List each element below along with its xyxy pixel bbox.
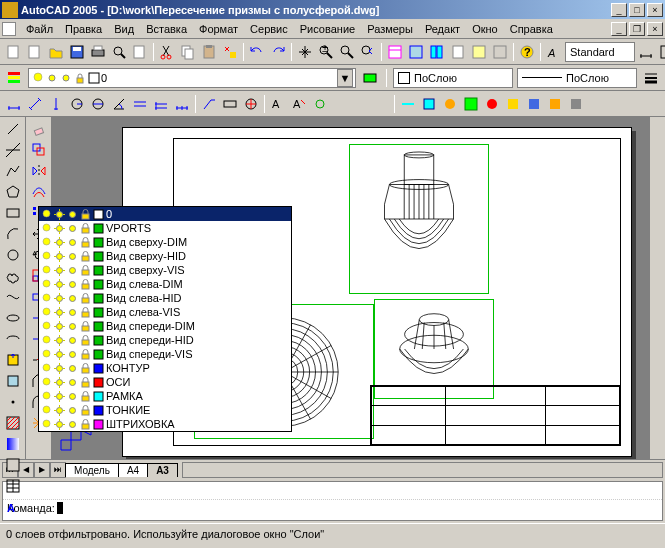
menu-draw[interactable]: Рисование	[294, 21, 361, 37]
cut-button[interactable]	[157, 42, 177, 62]
bulb-icon[interactable]	[41, 237, 52, 248]
arc-button[interactable]	[3, 224, 23, 244]
layer-color-icon[interactable]	[93, 391, 104, 402]
insert-button[interactable]	[3, 350, 23, 370]
layer-item[interactable]: Вид слева-HID	[39, 291, 291, 305]
new-button[interactable]	[25, 42, 45, 62]
qnew-button[interactable]	[4, 42, 24, 62]
ellipse-arc-button[interactable]	[3, 329, 23, 349]
xline-button[interactable]	[3, 140, 23, 160]
layer-color-icon[interactable]	[93, 223, 104, 234]
bulb-icon[interactable]	[41, 223, 52, 234]
lock-icon[interactable]	[80, 321, 91, 332]
horizontal-scrollbar[interactable]	[182, 462, 663, 478]
bulb-icon[interactable]	[41, 419, 52, 430]
layer-color-icon[interactable]	[93, 363, 104, 374]
lock-icon[interactable]	[80, 335, 91, 346]
layer-dropdown-button[interactable]: ▼	[337, 69, 353, 87]
bulb-icon[interactable]	[41, 349, 52, 360]
layer-item[interactable]: Вид слева-DIM	[39, 277, 291, 291]
layer-item[interactable]: Вид спереди-VIS	[39, 347, 291, 361]
lock-icon[interactable]	[80, 293, 91, 304]
lock-icon[interactable]	[80, 223, 91, 234]
freeze-icon[interactable]	[54, 321, 65, 332]
zoom-prev-button[interactable]	[358, 42, 378, 62]
lock-icon[interactable]	[80, 237, 91, 248]
freeze-icon[interactable]	[54, 209, 65, 220]
hatch-button[interactable]	[3, 413, 23, 433]
menu-modify[interactable]: Редакт	[419, 21, 466, 37]
close-button[interactable]: ×	[647, 3, 663, 17]
plot-button[interactable]	[88, 42, 108, 62]
dimtedit-button[interactable]: A	[289, 94, 309, 114]
layer-item[interactable]: Вид слева-VIS	[39, 305, 291, 319]
dist-button[interactable]	[398, 94, 418, 114]
preview-button[interactable]	[109, 42, 129, 62]
dim-cont-button[interactable]	[172, 94, 192, 114]
menu-tools[interactable]: Сервис	[244, 21, 294, 37]
layer-item[interactable]: Вид спереди-HID	[39, 333, 291, 347]
vpfreeze-icon[interactable]	[67, 307, 78, 318]
mirror-button[interactable]	[29, 161, 49, 181]
layer-color-icon[interactable]	[93, 237, 104, 248]
layer-color-icon[interactable]	[93, 377, 104, 388]
status2-button[interactable]	[524, 94, 544, 114]
list-button[interactable]	[461, 94, 481, 114]
layer-item[interactable]: Вид спереди-DIM	[39, 319, 291, 333]
polygon-button[interactable]	[3, 182, 23, 202]
lock-icon[interactable]	[80, 349, 91, 360]
vpfreeze-icon[interactable]	[67, 279, 78, 290]
table-button[interactable]	[3, 476, 23, 496]
pan-button[interactable]	[295, 42, 315, 62]
spline-button[interactable]	[3, 287, 23, 307]
dim-quick-button[interactable]	[130, 94, 150, 114]
doc-close-button[interactable]: ×	[647, 22, 663, 36]
block-button[interactable]	[3, 371, 23, 391]
tab-next-button[interactable]: ▶	[34, 462, 50, 478]
lock-icon[interactable]	[80, 251, 91, 262]
layer-color-icon[interactable]	[93, 349, 104, 360]
revcloud-button[interactable]	[3, 266, 23, 286]
vpfreeze-icon[interactable]	[67, 391, 78, 402]
sheet-set-button[interactable]	[448, 42, 468, 62]
markup-button[interactable]	[469, 42, 489, 62]
vpfreeze-icon[interactable]	[67, 209, 78, 220]
freeze-icon[interactable]	[54, 391, 65, 402]
mtext-button[interactable]: A	[3, 497, 23, 517]
layer-color-icon[interactable]	[93, 209, 104, 220]
zoom-win-button[interactable]	[337, 42, 357, 62]
freeze-icon[interactable]	[54, 419, 65, 430]
menu-window[interactable]: Окно	[466, 21, 504, 37]
tolerance-button[interactable]	[220, 94, 240, 114]
properties-button[interactable]	[385, 42, 405, 62]
tab-a3[interactable]: A3	[147, 463, 178, 477]
command-window[interactable]: Команда:	[2, 481, 663, 521]
layer-manager-button[interactable]	[4, 68, 24, 88]
layer-color-icon[interactable]	[93, 405, 104, 416]
lock-icon[interactable]	[80, 363, 91, 374]
vpfreeze-icon[interactable]	[67, 405, 78, 416]
freeze-icon[interactable]	[54, 279, 65, 290]
dim-dia-button[interactable]	[88, 94, 108, 114]
layer-color-icon[interactable]	[93, 321, 104, 332]
dim-base-button[interactable]	[151, 94, 171, 114]
minimize-button[interactable]: _	[611, 3, 627, 17]
bulb-icon[interactable]	[41, 391, 52, 402]
layer-prev-button[interactable]	[360, 68, 380, 88]
layer-item[interactable]: РАМКА	[39, 389, 291, 403]
menu-dim[interactable]: Размеры	[361, 21, 419, 37]
help-button[interactable]: ?	[517, 42, 537, 62]
circle-button[interactable]	[3, 245, 23, 265]
undo-button[interactable]	[247, 42, 267, 62]
tab-a4[interactable]: A4	[118, 463, 148, 477]
lock-icon[interactable]	[80, 279, 91, 290]
tablestyle-button[interactable]	[657, 42, 665, 62]
region-button[interactable]	[440, 94, 460, 114]
paste-button[interactable]	[199, 42, 219, 62]
dim-aligned-button[interactable]	[25, 94, 45, 114]
vpfreeze-icon[interactable]	[67, 377, 78, 388]
vpfreeze-icon[interactable]	[67, 265, 78, 276]
menu-help[interactable]: Справка	[504, 21, 559, 37]
ellipse-button[interactable]	[3, 308, 23, 328]
lock-icon[interactable]	[80, 265, 91, 276]
